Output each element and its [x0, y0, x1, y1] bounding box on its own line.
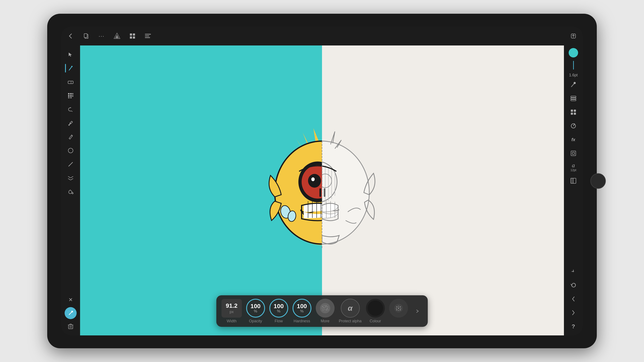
- brushes-grid-button[interactable]: [567, 106, 580, 119]
- svg-rect-18: [70, 95, 72, 97]
- svg-rect-110: [574, 113, 576, 115]
- left-toolbar: ✕: [61, 45, 80, 336]
- svg-rect-16: [72, 93, 73, 95]
- protect-alpha-label: Protect alpha: [339, 319, 362, 323]
- blend-tool[interactable]: [64, 172, 77, 184]
- svg-point-91: [328, 310, 328, 310]
- svg-point-100: [398, 310, 399, 311]
- svg-rect-105: [571, 98, 576, 99]
- grid-view-button[interactable]: [126, 29, 139, 43]
- svg-point-43: [311, 177, 315, 181]
- svg-rect-15: [70, 93, 72, 95]
- color-swatch[interactable]: [569, 48, 578, 57]
- svg-rect-109: [571, 113, 573, 115]
- close-brush-button[interactable]: ✕: [64, 293, 77, 306]
- help-button[interactable]: ?: [567, 320, 580, 333]
- svg-point-89: [324, 309, 325, 310]
- home-button[interactable]: [590, 173, 606, 189]
- protect-alpha-button[interactable]: α: [341, 299, 360, 318]
- shape-tool[interactable]: [64, 144, 77, 157]
- grid-tool[interactable]: [64, 89, 77, 102]
- more-options-button[interactable]: ···: [95, 29, 108, 43]
- colour-button[interactable]: [366, 299, 385, 318]
- text-tool-button[interactable]: a 12pt: [567, 161, 580, 173]
- tablet-device: ···: [47, 14, 597, 348]
- share-button[interactable]: [566, 29, 580, 43]
- canvas[interactable]: 91.2 px Width 100 % Opacity: [80, 45, 564, 336]
- svg-point-22: [70, 107, 71, 108]
- svg-line-26: [69, 162, 72, 166]
- svg-point-98: [400, 308, 401, 309]
- flow-control[interactable]: 100 %: [269, 299, 288, 318]
- svg-point-81: [324, 305, 324, 306]
- svg-point-96: [396, 308, 397, 309]
- svg-rect-14: [68, 93, 70, 95]
- opacity-unit: %: [250, 309, 260, 313]
- trash-button[interactable]: [64, 320, 77, 333]
- hardness-control[interactable]: 100 %: [292, 299, 311, 318]
- nav-next-button[interactable]: [567, 306, 580, 319]
- spray-button[interactable]: [389, 299, 408, 318]
- more-button[interactable]: [316, 299, 334, 318]
- brush-tool[interactable]: [64, 62, 77, 75]
- line-tool[interactable]: [64, 158, 77, 171]
- eyedropper-tool[interactable]: [64, 117, 77, 129]
- svg-point-25: [68, 148, 73, 153]
- width-control[interactable]: 91.2 px: [222, 299, 242, 318]
- flow-label: Flow: [274, 319, 283, 323]
- back-button[interactable]: [64, 29, 78, 43]
- svg-point-87: [326, 308, 328, 309]
- fill-tool[interactable]: [64, 185, 77, 198]
- more-label: More: [321, 319, 330, 323]
- view-options-button[interactable]: [141, 29, 155, 43]
- lasso-tool[interactable]: [64, 103, 77, 116]
- expand-toolbar-button[interactable]: [412, 306, 422, 316]
- svg-point-101: [400, 310, 401, 311]
- eraser-tool[interactable]: [64, 75, 77, 88]
- svg-rect-0: [84, 34, 87, 37]
- svg-rect-58: [320, 188, 321, 197]
- svg-point-103: [574, 82, 576, 84]
- svg-rect-60: [324, 188, 326, 197]
- svg-rect-6: [133, 36, 135, 39]
- width-value: 91.2: [226, 302, 238, 309]
- hardness-unit: %: [297, 309, 307, 313]
- svg-rect-4: [133, 33, 135, 35]
- affinity-logo: [110, 29, 124, 43]
- svg-rect-104: [571, 96, 576, 97]
- svg-rect-31: [70, 324, 72, 325]
- width-unit: px: [230, 310, 234, 314]
- reference-button[interactable]: [567, 174, 580, 187]
- flow-value: 100: [274, 303, 284, 309]
- effects-button[interactable]: fx: [567, 133, 580, 146]
- colour-param: Colour: [366, 299, 385, 323]
- history-button[interactable]: [567, 279, 580, 292]
- layers-button[interactable]: [567, 92, 580, 105]
- sparkle-button[interactable]: [567, 265, 580, 278]
- svg-point-28: [71, 311, 73, 313]
- select-tool[interactable]: [64, 48, 77, 61]
- flow-param: 100 % Flow: [269, 299, 288, 323]
- transform-button[interactable]: [567, 147, 580, 160]
- top-bar: ···: [61, 26, 583, 45]
- svg-point-93: [396, 307, 397, 308]
- svg-point-80: [322, 306, 323, 307]
- svg-point-95: [400, 307, 401, 308]
- brush-size-display: [567, 59, 580, 72]
- flow-unit: %: [274, 309, 284, 313]
- hardness-value: 100: [297, 303, 307, 309]
- active-brush-indicator[interactable]: [64, 307, 77, 319]
- svg-point-42: [308, 174, 321, 188]
- document-button[interactable]: [79, 29, 93, 43]
- nav-prev-button[interactable]: [567, 293, 580, 305]
- svg-rect-19: [72, 95, 73, 97]
- pencil-tool[interactable]: [64, 130, 77, 143]
- opacity-control[interactable]: 100 %: [246, 299, 265, 318]
- main-area: ✕: [61, 45, 583, 336]
- adjustments-button[interactable]: [567, 119, 580, 132]
- svg-rect-108: [574, 110, 576, 112]
- svg-rect-3: [130, 33, 132, 35]
- svg-rect-21: [70, 97, 72, 98]
- svg-point-83: [327, 307, 328, 308]
- brush-library-button[interactable]: [567, 78, 580, 91]
